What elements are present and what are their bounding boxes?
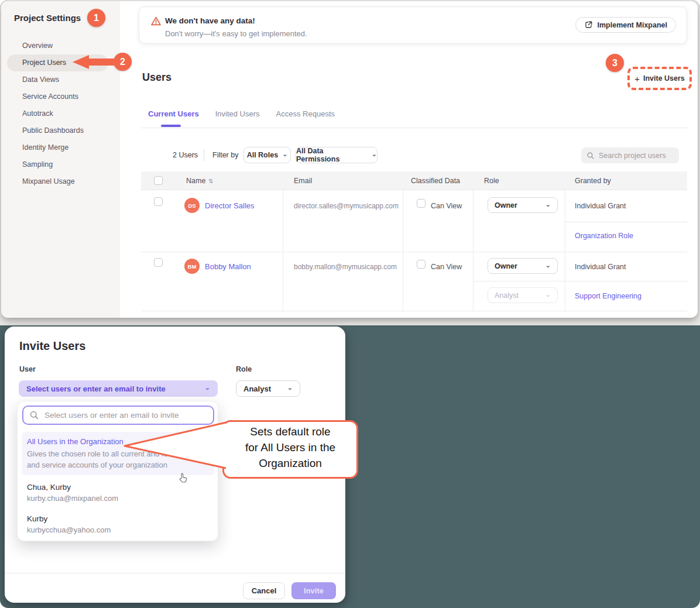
- avatar: DS: [184, 198, 200, 213]
- sidebar-item-overview[interactable]: Overview: [1, 37, 120, 54]
- users-heading: Users: [142, 71, 171, 84]
- chevron-down-icon: ⌄: [545, 291, 551, 298]
- sidebar-item-public-dashboards[interactable]: Public Dashboards: [1, 122, 120, 139]
- search-icon: [29, 410, 39, 420]
- project-settings-window: Project Settings Overview Project Users …: [1, 1, 698, 318]
- user-select-value: Select users or enter an email to invite: [26, 384, 166, 393]
- option-user[interactable]: Kurby: [27, 514, 47, 523]
- tab-access-requests[interactable]: Access Requests: [276, 109, 335, 118]
- role-dropdown-disabled: Analyst ⌄: [488, 287, 558, 303]
- column-divider: [403, 190, 403, 311]
- role-select-value: Analyst: [243, 384, 271, 393]
- granted-by-divider: [473, 281, 687, 281]
- filter-by-label: Filter by: [212, 151, 238, 159]
- sidebar-item-mixpanel-usage[interactable]: Mixpanel Usage: [1, 173, 120, 190]
- roles-filter-label: All Roles: [247, 151, 279, 159]
- filter-separator: [204, 149, 204, 161]
- sidebar-item-identity-merge[interactable]: Identity Merge: [1, 139, 120, 156]
- role-select-dropdown[interactable]: Analyst ⌄: [236, 380, 300, 397]
- external-link-icon: [584, 20, 593, 29]
- search-project-users: [581, 147, 679, 163]
- role-dropdown[interactable]: Owner ⌄: [488, 197, 558, 213]
- avatar: BM: [184, 259, 200, 274]
- column-divider: [565, 190, 565, 311]
- search-project-users-input[interactable]: [599, 152, 672, 160]
- granted-by-link[interactable]: Organization Role: [575, 232, 633, 240]
- user-field-label: User: [19, 365, 36, 373]
- chevron-down-icon: ⌄: [545, 262, 551, 269]
- table-bottom-border: [141, 311, 687, 311]
- column-header-classified-data: Classified Data: [411, 177, 460, 185]
- cancel-button[interactable]: Cancel: [243, 582, 285, 599]
- implement-mixpanel-button[interactable]: Implement Mixpanel: [575, 17, 676, 33]
- user-select-dropdown[interactable]: Select users or enter an email to invite…: [19, 380, 218, 397]
- user-email: bobby.mallon@mymusicapp.com: [294, 263, 397, 271]
- can-view-checkbox[interactable]: [417, 260, 426, 269]
- settings-sidebar: Project Settings Overview Project Users …: [1, 1, 120, 318]
- sidebar-item-autotrack[interactable]: Autotrack: [1, 105, 120, 122]
- active-tab-underline: [161, 125, 181, 127]
- cursor-hand-icon: [179, 473, 188, 483]
- role-value: Analyst: [495, 291, 519, 300]
- granted-by-value: Individual Grant: [575, 263, 626, 271]
- column-header-role: Role: [484, 177, 499, 185]
- role-field-label: Role: [236, 365, 252, 373]
- chevron-down-icon: ⌄: [282, 151, 287, 157]
- search-icon: [586, 152, 595, 160]
- column-divider: [473, 190, 473, 311]
- column-divider: [283, 190, 283, 311]
- granted-by-divider: [565, 222, 687, 222]
- no-data-banner: We don't have any data! Don't worry—it's…: [139, 6, 687, 44]
- page-title: Project Settings: [14, 13, 81, 23]
- option-all-users-label: All Users in the Organization: [27, 437, 123, 446]
- chevron-down-icon: ⌄: [287, 384, 293, 391]
- role-value: Owner: [495, 201, 517, 209]
- invite-button[interactable]: Invite: [291, 582, 336, 599]
- banner-subtitle: Don't worry—it's easy to get implemented…: [165, 29, 307, 38]
- roles-filter-dropdown[interactable]: All Roles ⌄: [243, 147, 291, 163]
- user-email: director.salles@mymusicapp.com: [294, 202, 399, 210]
- granted-by-value: Individual Grant: [575, 202, 626, 210]
- step-2-arrow-icon: [70, 53, 119, 71]
- dialog-footer-divider: [5, 573, 345, 573]
- tab-invited-users[interactable]: Invited Users: [215, 109, 260, 118]
- permissions-filter-dropdown[interactable]: All Data Permissions ⌄: [296, 147, 378, 163]
- chevron-down-icon: ⌄: [205, 384, 210, 391]
- column-header-name[interactable]: Name⇅: [186, 177, 214, 185]
- row-checkbox[interactable]: [154, 197, 163, 206]
- dialog-title: Invite Users: [19, 339, 85, 353]
- role-dropdown[interactable]: Owner ⌄: [488, 258, 558, 274]
- user-count: 2 Users: [173, 151, 198, 159]
- step-3-badge: 3: [606, 54, 624, 72]
- role-value: Owner: [495, 262, 517, 270]
- callout-text: Sets default role for All Users in the O…: [222, 424, 358, 471]
- sidebar-item-sampling[interactable]: Sampling: [1, 156, 120, 173]
- column-header-email: Email: [294, 177, 312, 185]
- tab-current-users[interactable]: Current Users: [148, 109, 199, 118]
- permissions-filter-label: All Data Permissions: [296, 147, 368, 163]
- screenshot-canvas: Project Settings Overview Project Users …: [0, 0, 700, 608]
- option-user[interactable]: Chua, Kurby: [27, 483, 71, 492]
- column-header-granted-by: Granted by: [575, 177, 611, 185]
- user-name-link[interactable]: Director Salles: [205, 201, 255, 210]
- can-view-checkbox[interactable]: [417, 199, 426, 208]
- sort-icon: ⇅: [208, 178, 213, 184]
- invite-users-highlight-box: [627, 67, 692, 90]
- option-user-email: kurbycchua@yahoo.com: [27, 525, 111, 534]
- users-table-body: DS Director Salles director.salles@mymus…: [141, 190, 687, 311]
- option-user-email: kurby.chua@mixpanel.com: [27, 494, 118, 503]
- banner-button-label: Implement Mixpanel: [598, 21, 667, 29]
- granted-by-link[interactable]: Support Engineering: [575, 292, 641, 300]
- row-checkbox[interactable]: [154, 258, 163, 267]
- users-tabs: Current Users Invited Users Access Reque…: [148, 109, 335, 118]
- callout-tail: [117, 410, 234, 480]
- select-all-checkbox[interactable]: [154, 176, 163, 185]
- chevron-down-icon: ⌄: [372, 151, 377, 157]
- user-name-link[interactable]: Bobby Mallon: [205, 262, 251, 271]
- tabs-divider: [141, 128, 687, 128]
- sidebar-item-data-views[interactable]: Data Views: [1, 71, 120, 88]
- step-1-badge: 1: [87, 9, 105, 27]
- banner-title: We don't have any data!: [165, 16, 255, 25]
- sidebar-item-service-accounts[interactable]: Service Accounts: [1, 88, 120, 105]
- can-view-label: Can View: [431, 202, 462, 210]
